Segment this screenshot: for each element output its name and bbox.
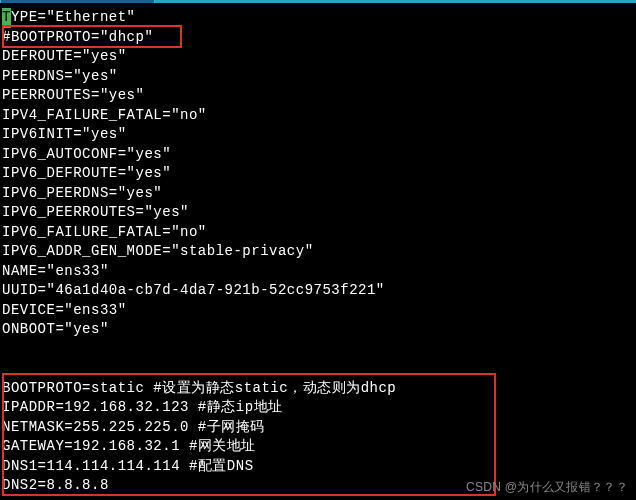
window-title-segment	[0, 0, 155, 3]
terminal-line: UUID="46a1d40a-cb7d-4da7-921b-52cc9753f2…	[2, 281, 634, 301]
terminal-line: DNS1=114.114.114.114 #配置DNS	[2, 457, 634, 477]
terminal-line: BOOTPROTO=static #设置为静态static，动态则为dhcp	[2, 379, 634, 399]
terminal-line: IPV6_ADDR_GEN_MODE="stable-privacy"	[2, 242, 634, 262]
terminal-line: TYPE="Ethernet"	[2, 8, 634, 28]
terminal-line: DEFROUTE="yes"	[2, 47, 634, 67]
terminal-line: IPADDR=192.168.32.123 #静态ip地址	[2, 398, 634, 418]
terminal-line: ONBOOT="yes"	[2, 320, 634, 340]
terminal-line: IPV6_PEERROUTES="yes"	[2, 203, 634, 223]
terminal-line: IPV6_FAILURE_FATAL="no"	[2, 223, 634, 243]
terminal-line: NAME="ens33"	[2, 262, 634, 282]
terminal-line: #BOOTPROTO="dhcp"	[2, 28, 634, 48]
terminal-line: IPV6_AUTOCONF="yes"	[2, 145, 634, 165]
terminal-line: DEVICE="ens33"	[2, 301, 634, 321]
terminal-line: IPV6INIT="yes"	[2, 125, 634, 145]
terminal-line: PEERROUTES="yes"	[2, 86, 634, 106]
terminal-line	[2, 340, 634, 360]
terminal-content[interactable]: TYPE="Ethernet"#BOOTPROTO="dhcp"DEFROUTE…	[0, 3, 636, 500]
terminal-line: IPV4_FAILURE_FATAL="no"	[2, 106, 634, 126]
terminal-line: IPV6_DEFROUTE="yes"	[2, 164, 634, 184]
terminal-line: GATEWAY=192.168.32.1 #网关地址	[2, 437, 634, 457]
terminal-line: NETMASK=255.225.225.0 #子网掩码	[2, 418, 634, 438]
terminal-line	[2, 359, 634, 379]
watermark-text: CSDN @为什么又报错？？？	[466, 479, 628, 496]
terminal-line: PEERDNS="yes"	[2, 67, 634, 87]
terminal-line: IPV6_PEERDNS="yes"	[2, 184, 634, 204]
cursor-indicator: T	[2, 8, 11, 28]
